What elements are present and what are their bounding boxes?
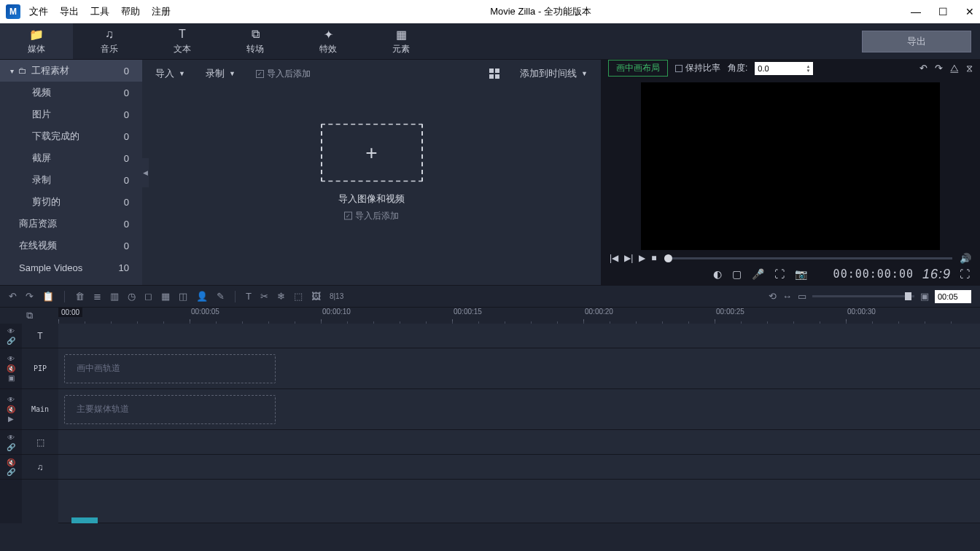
menu-file[interactable]: 文件 bbox=[29, 5, 48, 18]
next-frame-button[interactable]: ▶| bbox=[624, 253, 633, 263]
view-grid-icon[interactable] bbox=[489, 69, 499, 79]
rotate-right-icon[interactable]: ↷ bbox=[935, 63, 943, 74]
freeze-icon[interactable]: ❄ bbox=[277, 291, 285, 302]
layers-icon[interactable]: ◫ bbox=[179, 291, 187, 302]
sidebar-item-record[interactable]: 录制0 bbox=[0, 169, 142, 191]
person-icon[interactable]: 👤 bbox=[196, 291, 208, 302]
zoom-fit-icon[interactable]: ▣ bbox=[920, 291, 929, 302]
timeline-ruler[interactable]: 00:00 00:00:05 00:00:10 00:00:15 00:00:2… bbox=[58, 308, 980, 324]
undo-icon[interactable]: ↶ bbox=[9, 291, 17, 302]
track-toggle-pip[interactable]: 👁🔇▣ bbox=[0, 348, 22, 389]
add-after-import-checkbox[interactable]: ✓导入后添加 bbox=[256, 68, 311, 80]
track-head-main[interactable]: Main bbox=[22, 389, 58, 430]
tab-music[interactable]: ♫音乐 bbox=[73, 23, 146, 59]
tab-text[interactable]: T文本 bbox=[146, 23, 219, 59]
snapshot-icon[interactable]: 📷 bbox=[795, 268, 807, 280]
film-icon[interactable]: ▦ bbox=[161, 291, 170, 302]
mic-icon[interactable]: 🎤 bbox=[752, 268, 764, 280]
scroll-thumb[interactable] bbox=[71, 517, 98, 523]
menu-register[interactable]: 注册 bbox=[152, 5, 171, 18]
align-icon[interactable]: ≣ bbox=[93, 291, 101, 302]
menu-help[interactable]: 帮助 bbox=[121, 5, 140, 18]
menu-export[interactable]: 导出 bbox=[60, 5, 79, 18]
sidebar-item-project[interactable]: ▾🗀工程素材0 bbox=[0, 60, 142, 82]
prev-frame-button[interactable]: |◀ bbox=[610, 253, 618, 263]
track-toggle-text[interactable]: 👁🔗 bbox=[0, 324, 22, 348]
track-header-icon[interactable]: ⧉ bbox=[26, 310, 33, 321]
delete-icon[interactable]: 🗑 bbox=[75, 291, 85, 302]
record-dropdown[interactable]: 录制▼ bbox=[206, 67, 236, 80]
pip-layout-button[interactable]: 画中画布局 bbox=[608, 60, 668, 77]
sidebar-item-samples[interactable]: Sample Videos10 bbox=[0, 257, 142, 278]
sidebar-item-image[interactable]: 图片0 bbox=[0, 103, 142, 125]
flip-h-icon[interactable]: ⧋ bbox=[950, 63, 959, 74]
dropzone-checkbox[interactable]: ✓导入后添加 bbox=[321, 209, 423, 222]
add-to-timeline-dropdown[interactable]: 添加到时间线▼ bbox=[520, 67, 588, 80]
track-head-text[interactable]: T bbox=[22, 324, 58, 348]
preview-seek-slider[interactable] bbox=[664, 257, 953, 259]
track-spare-lane[interactable] bbox=[58, 480, 980, 523]
cut-icon[interactable]: ✂ bbox=[260, 291, 268, 302]
crop-icon[interactable]: ⛶ bbox=[774, 268, 785, 280]
sidebar-item-video[interactable]: 视频0 bbox=[0, 82, 142, 103]
track-head-pip[interactable]: PIP bbox=[22, 348, 58, 389]
tab-media[interactable]: 📁媒体 bbox=[0, 23, 73, 59]
close-button[interactable]: ✕ bbox=[965, 6, 974, 17]
tab-elements[interactable]: ▦元素 bbox=[365, 23, 438, 59]
import-dropdown[interactable]: 导入▼ bbox=[155, 67, 185, 80]
music-icon: ♫ bbox=[105, 27, 114, 42]
zoom-time-input[interactable]: 00:05 bbox=[935, 290, 971, 303]
zoom-slider[interactable] bbox=[812, 295, 914, 297]
tag-icon[interactable]: ◻ bbox=[144, 291, 152, 302]
redo-icon[interactable]: ↷ bbox=[26, 291, 34, 302]
wand-icon[interactable]: ✎ bbox=[217, 291, 225, 302]
sidebar-item-screenshot[interactable]: 截屏0 bbox=[0, 147, 142, 169]
sidebar-item-store[interactable]: 商店资源0 bbox=[0, 213, 142, 235]
rotate-left-icon[interactable]: ↶ bbox=[919, 63, 928, 74]
color-icon[interactable]: ◐ bbox=[713, 268, 722, 280]
track-audio-lane[interactable] bbox=[58, 455, 980, 480]
tab-effects[interactable]: ✦特效 bbox=[292, 23, 365, 59]
angle-input[interactable]: 0.0▲▼ bbox=[755, 62, 813, 75]
image-icon[interactable]: 🖼 bbox=[311, 291, 321, 302]
export-button[interactable]: 导出 bbox=[862, 31, 971, 52]
track-head-overlay[interactable]: ⬚ bbox=[22, 430, 58, 455]
text-tool-icon[interactable]: T bbox=[246, 291, 252, 302]
track-text-lane[interactable] bbox=[58, 324, 980, 348]
crop-tool-icon[interactable]: ⬚ bbox=[294, 291, 303, 302]
fullscreen-icon[interactable]: ⛶ bbox=[960, 268, 970, 280]
play-button[interactable]: ▶ bbox=[639, 253, 645, 263]
minimize-button[interactable]: — bbox=[911, 6, 921, 17]
keep-ratio-checkbox[interactable]: 保持比率 bbox=[675, 62, 720, 74]
stop-button[interactable]: ■ bbox=[651, 253, 656, 263]
flip-v-icon[interactable]: ⧖ bbox=[966, 63, 973, 74]
fit-width-icon[interactable]: ↔ bbox=[782, 291, 792, 302]
collapse-sidebar-button[interactable]: ◀ bbox=[141, 158, 149, 187]
preview-canvas[interactable] bbox=[641, 82, 940, 250]
loop-icon[interactable]: ⟲ bbox=[769, 291, 777, 302]
volume-icon[interactable]: 🔊 bbox=[960, 253, 971, 264]
menu-tools[interactable]: 工具 bbox=[90, 5, 109, 18]
import-dropzone[interactable]: + 导入图像和视频 ✓导入后添加 bbox=[321, 123, 423, 222]
track-pip-lane[interactable]: 画中画轨道 bbox=[58, 348, 980, 389]
clock-icon[interactable]: ◷ bbox=[128, 291, 136, 302]
track-toggle-link[interactable]: 👁🔗 bbox=[0, 430, 22, 455]
zoom-out-icon[interactable]: ▭ bbox=[798, 291, 806, 302]
sidebar-item-online[interactable]: 在线视频0 bbox=[0, 235, 142, 257]
paste-icon[interactable]: 📋 bbox=[42, 291, 54, 302]
track-overlay-lane[interactable] bbox=[58, 430, 980, 455]
mute-icon: 🔇 bbox=[7, 364, 15, 372]
mute-icon: 🔇 bbox=[7, 405, 15, 413]
tab-transition[interactable]: ⧉转场 bbox=[219, 23, 292, 59]
sidebar-item-downloaded[interactable]: 下载完成的0 bbox=[0, 125, 142, 147]
ratio-icon[interactable]: 8|13 bbox=[330, 292, 343, 300]
camera-icon[interactable]: ▢ bbox=[732, 268, 742, 280]
timeline-tracks: 👁🔗 👁🔇▣ 👁🔇▶ 👁🔗 🔇🔗 T PIP Main ⬚ ♫ 画中画轨道 主要… bbox=[0, 324, 980, 523]
track-head-audio[interactable]: ♫ bbox=[22, 455, 58, 480]
track-toggle-main[interactable]: 👁🔇▶ bbox=[0, 389, 22, 430]
maximize-button[interactable]: ☐ bbox=[938, 6, 948, 17]
columns-icon[interactable]: ▥ bbox=[110, 291, 119, 302]
sidebar-item-cut[interactable]: 剪切的0 bbox=[0, 191, 142, 213]
track-toggle-audio[interactable]: 🔇🔗 bbox=[0, 455, 22, 480]
track-main-lane[interactable]: 主要媒体轨道 bbox=[58, 389, 980, 430]
